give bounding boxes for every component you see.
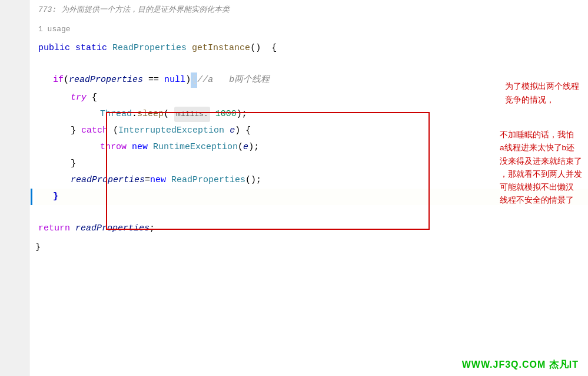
var-readprops-return: readProperties <box>75 221 150 236</box>
var-e-catch: e <box>230 123 235 138</box>
keyword-return: return <box>38 221 70 236</box>
class-runtime-exception: RuntimeException <box>153 140 238 155</box>
class-readprops-new: ReadProperties <box>171 173 245 188</box>
return-type: ReadProperties <box>112 41 187 56</box>
param-hint-millis: millis: <box>174 107 210 122</box>
var-readprops-assign: readProperties <box>71 173 145 188</box>
close-brace-if: } <box>53 189 58 205</box>
keyword-public: public <box>38 41 70 56</box>
method-sleep: sleep <box>137 107 164 122</box>
editor-container: 773: 为外面提供一个方法，目的是证外界能实例化本类 1 usage publ… <box>0 0 588 376</box>
keyword-null: null <box>164 72 185 88</box>
keyword-catch: catch <box>81 123 108 138</box>
usage-text: 1 usage <box>38 19 71 39</box>
code-area: 773: 为外面提供一个方法，目的是证外界能实例化本类 1 usage publ… <box>29 0 588 256</box>
keyword-new-2: new <box>150 173 166 188</box>
keyword-try: try <box>71 90 87 105</box>
keyword-new: new <box>132 140 148 155</box>
blank-line-2 <box>35 205 588 220</box>
comment-ab-threads: //a b两个线程 <box>197 72 270 88</box>
annotation-top-right: 为了模拟出两个线程竞争的情况， <box>505 80 579 107</box>
close-brace-method-line: } <box>35 239 588 256</box>
keyword-static: static <box>75 41 107 56</box>
blank-line-1 <box>35 57 588 72</box>
method-name-getinstance: getInstance <box>192 41 250 56</box>
close-brace-method: } <box>35 240 41 255</box>
usage-line: 1 usage <box>35 19 588 40</box>
var-readprops-1: readProperties <box>69 72 143 88</box>
method-signature-line: public static ReadProperties getInstance… <box>35 40 588 57</box>
annotation-bottom-right: 不加睡眠的话，我怕a线程进来太快了b还没来得及进来就结束了，那就看不到两人并发可… <box>500 128 582 207</box>
number-1000: 1000 <box>215 107 237 122</box>
comment-773-text: 773: 为外面提供一个方法，目的是证外界能实例化本类 <box>38 2 230 18</box>
active-line-bar <box>31 189 32 205</box>
var-e-throw: e <box>243 140 248 155</box>
class-thread: Thread <box>100 107 132 122</box>
class-interrupted-exception: InterruptedException <box>118 123 224 138</box>
line-gutter <box>0 0 29 376</box>
keyword-throw: throw <box>100 140 127 155</box>
watermark: WWW.JF3Q.COM 杰凡IT <box>462 359 579 371</box>
thread-sleep-line: Thread.sleep( millis: 1000); <box>35 106 588 123</box>
keyword-if: if <box>53 72 64 88</box>
comment-773-line: 773: 为外面提供一个方法，目的是证外界能实例化本类 <box>35 1 588 19</box>
return-line: return readProperties; <box>35 220 588 237</box>
open-brace-if: { <box>191 72 197 88</box>
